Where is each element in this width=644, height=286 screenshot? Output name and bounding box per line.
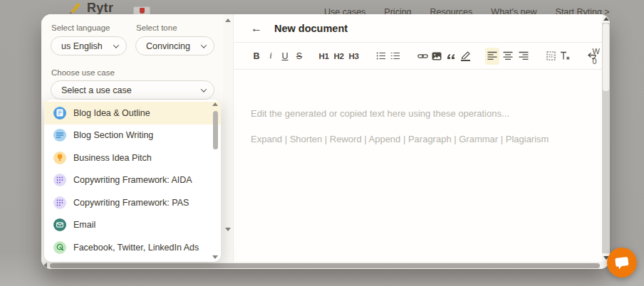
scroll-down-icon[interactable] [225, 228, 231, 231]
text-color-button[interactable] [458, 48, 472, 65]
link-button[interactable] [415, 48, 430, 65]
use-case-label: Choose use case [51, 68, 115, 77]
use-case-option-social-ads[interactable]: Facebook, Twitter, LinkedIn Ads [44, 236, 221, 259]
language-select[interactable]: us English [51, 36, 127, 55]
use-case-option-label: Blog Section Writing [73, 130, 153, 140]
use-case-option-label: Copywriting Framework: AIDA [73, 175, 192, 185]
copywriting-pas-icon [53, 196, 66, 209]
align-left-button[interactable] [485, 48, 499, 65]
settings-panel-scrollbar[interactable] [223, 14, 233, 262]
heading2-button[interactable]: H2 [331, 48, 346, 65]
brand-name: Rytr [87, 1, 113, 16]
use-case-option-email[interactable]: Email [44, 214, 221, 237]
new-document-modal: Select language us English Select tone C… [41, 14, 610, 269]
tone-label: Select tone [136, 23, 177, 32]
scroll-left-icon[interactable] [43, 263, 47, 268]
use-case-option-copywriting-aida[interactable]: Copywriting Framework: AIDA [44, 169, 221, 192]
use-case-option-blog-section-writing[interactable]: Blog Section Writing [44, 125, 221, 147]
horizontal-scrollbar-thumb[interactable] [50, 263, 600, 268]
social-ads-icon [53, 241, 66, 254]
document-editor: ← New document B i U S H1 H2 H3 [233, 14, 602, 262]
ordered-list-button[interactable] [388, 48, 402, 65]
editor-header: ← New document [234, 14, 602, 43]
align-right-button[interactable] [516, 48, 531, 65]
business-idea-pitch-icon [53, 152, 66, 164]
shield-icon [140, 8, 145, 14]
chat-bubble-icon [614, 255, 630, 270]
use-case-option-business-idea-pitch[interactable]: Business Idea Pitch [44, 147, 221, 169]
pen-logo-icon [68, 1, 83, 14]
use-case-dropdown: Blog Idea & Outline Blog Section Writing… [44, 100, 221, 262]
tone-select[interactable]: Convincing [135, 36, 214, 55]
underline-button[interactable]: U [278, 48, 292, 65]
bold-button[interactable]: B [249, 48, 264, 65]
dropdown-scrollbar-thumb[interactable] [213, 111, 218, 149]
chevron-down-icon [201, 86, 207, 92]
dropdown-scrollbar[interactable] [212, 102, 219, 259]
use-case-select[interactable]: Select a use case [51, 80, 214, 100]
use-case-option-label: Copywriting Framework: PAS [73, 198, 189, 208]
use-case-option-label: Facebook, Twitter, LinkedIn Ads [73, 243, 199, 253]
editor-operations-hint: Expand | Shorten | Reword | Append | Par… [251, 134, 549, 144]
italic-button[interactable]: i [264, 48, 278, 65]
word-count-label: W [593, 47, 600, 55]
editor-toolbar: B i U S H1 H2 H3 [234, 43, 602, 70]
image-button[interactable] [430, 48, 444, 65]
editor-content[interactable]: Edit the generated or copied text here u… [234, 70, 602, 262]
blog-section-writing-icon [53, 129, 66, 142]
language-value: us English [61, 41, 103, 51]
word-count: W 0 [593, 46, 600, 66]
heading1-button[interactable]: H1 [316, 48, 331, 65]
chat-widget-button[interactable] [607, 248, 637, 277]
use-case-option-label: Email [73, 220, 95, 230]
quote-button[interactable] [444, 48, 458, 65]
scroll-down-icon[interactable] [212, 255, 218, 259]
strikethrough-button[interactable]: S [292, 48, 306, 65]
chevron-down-icon [113, 42, 119, 48]
word-count-value: 0 [593, 57, 597, 65]
editor-placeholder: Edit the generated or copied text here u… [251, 108, 509, 119]
email-icon [53, 218, 66, 231]
select-all-button[interactable] [544, 48, 558, 65]
blog-idea-outline-icon [53, 107, 66, 120]
editor-scrollbar-thumb[interactable] [603, 23, 609, 91]
rytr-logo[interactable]: Rytr [68, 1, 113, 16]
document-title: New document [274, 23, 348, 34]
bullet-list-button[interactable] [374, 48, 388, 65]
use-case-value: Select a use case [61, 85, 132, 95]
language-label: Select language [51, 23, 110, 32]
use-case-option-label: Business Idea Pitch [73, 153, 152, 163]
tone-value: Convincing [146, 41, 190, 51]
use-case-option-label: Blog Idea & Outline [73, 108, 150, 118]
use-case-option-copywriting-pas[interactable]: Copywriting Framework: PAS [44, 191, 221, 214]
scroll-up-icon[interactable] [225, 18, 231, 22]
horizontal-scrollbar[interactable] [41, 262, 610, 269]
use-case-option-blog-idea-outline[interactable]: Blog Idea & Outline [44, 102, 221, 125]
chevron-down-icon [201, 42, 207, 48]
align-center-button[interactable] [501, 48, 515, 65]
editor-scrollbar[interactable] [602, 14, 610, 262]
scroll-up-icon[interactable] [212, 102, 218, 106]
heading3-button[interactable]: H3 [346, 48, 361, 65]
back-button[interactable]: ← [251, 23, 262, 34]
page-background: Rytr Leader Use cases Pricing Resources … [0, 0, 644, 286]
copywriting-aida-icon [53, 174, 66, 186]
clear-format-button[interactable] [558, 48, 572, 65]
